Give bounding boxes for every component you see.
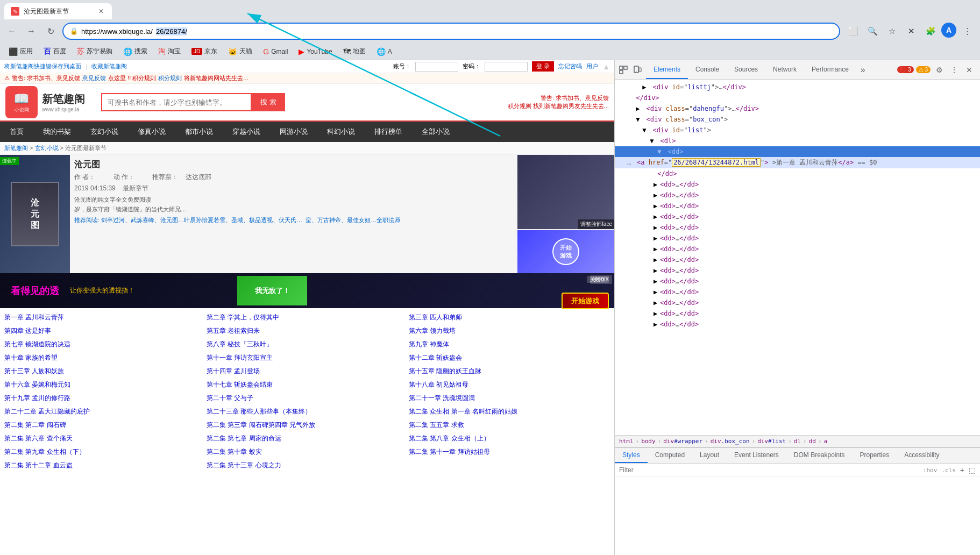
chapter-item-19[interactable]: 第十九章 孟川的修行路 [4, 392, 205, 404]
expand-arrow-list[interactable]: ▼ [642, 125, 649, 135]
breadcrumb-html[interactable]: html [619, 438, 634, 445]
tab-performance[interactable]: Performance [804, 60, 856, 79]
dom-line-dl[interactable]: ▼ <dl> [615, 136, 980, 146]
dom-line-listtj[interactable]: ▶ <div id="listtj">…</div> [615, 82, 980, 92]
user-link[interactable]: 用户 [586, 62, 598, 70]
bookmark-suning[interactable]: 苏 苏宁易购 [73, 45, 117, 59]
breadcrumb-home-link[interactable]: 新笔趣阁 [4, 145, 28, 151]
expand-dd4[interactable]: ▶ [654, 201, 660, 211]
bookmark-jd[interactable]: JD 京东 [187, 45, 222, 58]
chapter-item-16[interactable]: 第十六章 晏婉和梅元知 [4, 379, 205, 391]
dom-dd-14[interactable]: ▶<dd>…</dd> [615, 308, 980, 319]
dom-line-dahengfu[interactable]: ▶ <div class="dahengfu">…</div> [615, 103, 980, 114]
dom-dd-9[interactable]: ▶<dd>…</dd> [615, 254, 980, 265]
score-link[interactable]: 积分规则 [158, 74, 182, 82]
bookmark-apps[interactable]: ⬛ 应用 [4, 45, 37, 58]
search-button[interactable]: 搜 索 [252, 93, 285, 111]
device-toolbar-button[interactable] [631, 63, 644, 76]
chapter-item-27[interactable]: 第二集 五五章 求救 [409, 419, 610, 431]
reload-button[interactable]: ↻ [43, 24, 58, 39]
chapter-item-34[interactable]: 第二集 第十二章 血云盗 [4, 459, 205, 472]
chapter-item-10[interactable]: 第十章 家族的希望 [4, 352, 205, 364]
nav-chuanyue[interactable]: 穿越小说 [223, 122, 270, 142]
dom-line-list[interactable]: ▼ <div id="list"> [615, 125, 980, 136]
password-input[interactable] [485, 62, 528, 72]
expand-dd14[interactable]: ▶ [654, 309, 660, 318]
bookmark-a[interactable]: 🌐 A [372, 45, 396, 58]
back-button[interactable]: ← [4, 24, 19, 39]
nav-xuanhuan[interactable]: 玄幻小说 [81, 122, 128, 142]
breadcrumb-div-wrapper[interactable]: div#wrapper [663, 438, 702, 445]
chapter-item-22[interactable]: 第二十二章 孟大江隐藏的庇护 [4, 405, 205, 418]
ad-game-btn[interactable]: 开始游戏 [517, 230, 614, 273]
expand-arrow-dd[interactable]: ▼ [657, 147, 664, 156]
nav-bookshelf[interactable]: 我的书架 [33, 122, 81, 142]
chapter-item-35[interactable]: 第二集 第十三章 心境之力 [207, 459, 408, 472]
new-style-rule-button[interactable]: ⬚ [969, 466, 976, 474]
search-input[interactable] [101, 93, 252, 111]
chapter-item-31[interactable]: 第二集 第九章 众生相（下） [4, 446, 205, 458]
tab-sources[interactable]: Sources [727, 60, 765, 79]
dom-dd-11[interactable]: ▶<dd>…</dd> [615, 276, 980, 287]
dom-dd-3[interactable]: ▶<dd>…</dd> [615, 190, 980, 201]
nav-ranking[interactable]: 排行榜单 [365, 122, 412, 142]
styles-tab-dom-breakpoints[interactable]: DOM Breakpoints [786, 448, 853, 463]
inspect-element-button[interactable] [617, 63, 630, 76]
chapter-item-14[interactable]: 第十四章 孟川登场 [207, 365, 408, 378]
breadcrumb-div-list[interactable]: div#list [757, 438, 786, 445]
expand-arrow-dahengfu[interactable]: ▶ [636, 104, 642, 113]
browser-tab[interactable]: ✎ 沧元图最新章节 ✕ [4, 3, 112, 19]
chapter-item-12[interactable]: 第十二章 斩妖盎会 [409, 352, 610, 364]
expand-arrow-listtj[interactable]: ▶ [642, 82, 649, 92]
close-ad2-btn[interactable]: 关闭 X [587, 276, 609, 283]
chapter-item-5[interactable]: 第五章 老祖索归来 [207, 325, 408, 337]
chapter-item-2[interactable]: 第二章 学其上，仅得其中 [207, 311, 408, 324]
chapter-item-17[interactable]: 第十七章 斩妖盎会结束 [207, 379, 408, 391]
dom-line-link[interactable]: … <a href="26/26874/13244872.html"> >第一章… [615, 157, 980, 168]
dom-dd-8[interactable]: ▶<dd>…</dd> [615, 244, 980, 254]
devtools-close-button[interactable]: ✕ [963, 63, 976, 76]
nav-xiuzhen[interactable]: 修真小说 [128, 122, 175, 142]
expand-dd5[interactable]: ▶ [654, 212, 660, 222]
expand-dd15[interactable]: ▶ [654, 319, 660, 329]
chapter-item-32[interactable]: 第二集 第十章 蛟灾 [207, 446, 408, 458]
forgot-password-link[interactable]: 忘记密码 [558, 62, 582, 70]
dom-dd-10[interactable]: ▶<dd>…</dd> [615, 265, 980, 276]
dom-dd-6[interactable]: ▶<dd>…</dd> [615, 222, 980, 233]
collect-btn[interactable]: 收藏新笔趣阁 [91, 62, 127, 70]
expand-dd10[interactable]: ▶ [654, 266, 660, 275]
expand-dd8[interactable]: ▶ [654, 244, 660, 254]
styles-tab-properties[interactable]: Properties [853, 448, 897, 463]
expand-dd13[interactable]: ▶ [654, 298, 660, 308]
styles-tab-event-listeners[interactable]: Event Listeners [727, 448, 786, 463]
chapter-item-21[interactable]: 第二十一章 洗魂境圆满 [409, 392, 610, 404]
expand-dd3[interactable]: ▶ [654, 190, 660, 200]
chapter-item-11[interactable]: 第十一章 拜访玄阳宣主 [207, 352, 408, 364]
dom-dd-5[interactable]: ▶<dd>…</dd> [615, 211, 980, 222]
styles-tab-computed[interactable]: Computed [648, 448, 692, 463]
nav-home[interactable]: 首页 [0, 122, 33, 142]
chapter-item-25[interactable]: 第二集 第二章 闯石碑 [4, 419, 205, 431]
dom-dd-12[interactable]: ▶<dd>…</dd> [615, 287, 980, 297]
dom-dd-13[interactable]: ▶<dd>…</dd> [615, 297, 980, 308]
dom-dd-7[interactable]: ▶<dd>…</dd> [615, 233, 980, 244]
expand-dd9[interactable]: ▶ [654, 255, 660, 265]
dom-line-dd-selected[interactable]: ▼ <dd> [615, 146, 980, 157]
expand-arrow-dl[interactable]: ▼ [650, 136, 656, 146]
page-content-area[interactable]: 新笔趣阁 > 玄幻小说 > 沧元图最新章节 连载中 沧元图 沧元图 [0, 142, 614, 555]
save-desktop-btn[interactable]: 将新笔趣阁快捷键保存到桌面 [4, 62, 81, 70]
login-button[interactable]: 登 录 [532, 61, 554, 72]
breadcrumb-dd[interactable]: dd [809, 438, 816, 445]
dom-dd-4[interactable]: ▶<dd>…</dd> [615, 201, 980, 211]
profile-avatar[interactable]: A [941, 23, 956, 38]
nav-dushi[interactable]: 都市小说 [175, 122, 223, 142]
expand-dd6[interactable]: ▶ [654, 223, 660, 232]
styles-filter-input[interactable] [619, 466, 919, 474]
cast-button[interactable]: ⬜ [844, 23, 862, 40]
account-input[interactable] [415, 62, 458, 72]
devtools-settings-button[interactable]: ⚙ [933, 63, 946, 76]
extensions-button[interactable]: 🧩 [922, 23, 939, 40]
breadcrumb-body[interactable]: body [641, 438, 656, 445]
chapter-item-9[interactable]: 第九章 神魔体 [409, 338, 610, 351]
expand-dd11[interactable]: ▶ [654, 276, 660, 286]
